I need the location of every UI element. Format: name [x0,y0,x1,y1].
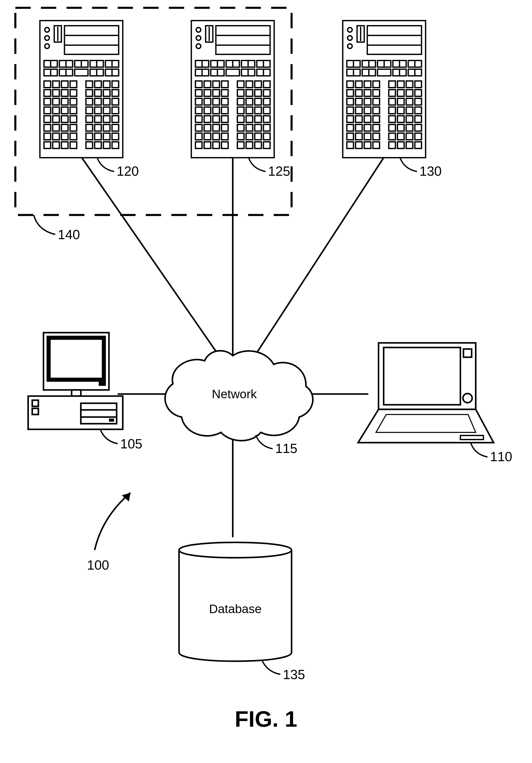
figure-1-diagram: 120 125 130 140 Network 115 105 [0,0,532,763]
ref-number: 110 [490,449,512,464]
server-icon [191,21,274,158]
ref-leader [262,660,280,675]
svg-rect-103 [32,400,38,406]
svg-rect-108 [109,419,114,422]
ref-leader [256,435,273,449]
laptop-computer-icon [358,343,494,443]
svg-rect-110 [384,348,460,405]
ref-leader [471,443,487,457]
svg-line-94 [253,158,384,358]
svg-rect-99 [49,338,104,380]
ref-number: 135 [283,667,305,682]
ref-number: 105 [120,436,143,451]
svg-rect-100 [99,382,106,386]
desktop-computer-icon [28,333,123,429]
ref-number: 140 [58,227,80,242]
svg-rect-113 [460,436,483,440]
server-icon [40,21,123,158]
svg-rect-104 [32,408,38,415]
server-icon [343,21,426,158]
network-label: Network [212,387,257,401]
ref-leader [100,429,118,444]
ref-number: 130 [419,164,442,178]
svg-rect-101 [72,390,81,396]
figure-caption: FIG. 1 [235,706,297,731]
ref-number: 115 [275,441,297,456]
ref-number: 120 [117,164,139,178]
ref-number: 125 [268,164,290,178]
svg-point-112 [463,394,472,403]
system-ref-arrow [95,493,131,550]
svg-line-92 [82,158,223,361]
svg-rect-111 [464,349,472,357]
database-label: Database [209,602,262,616]
ref-number: 100 [87,558,109,573]
